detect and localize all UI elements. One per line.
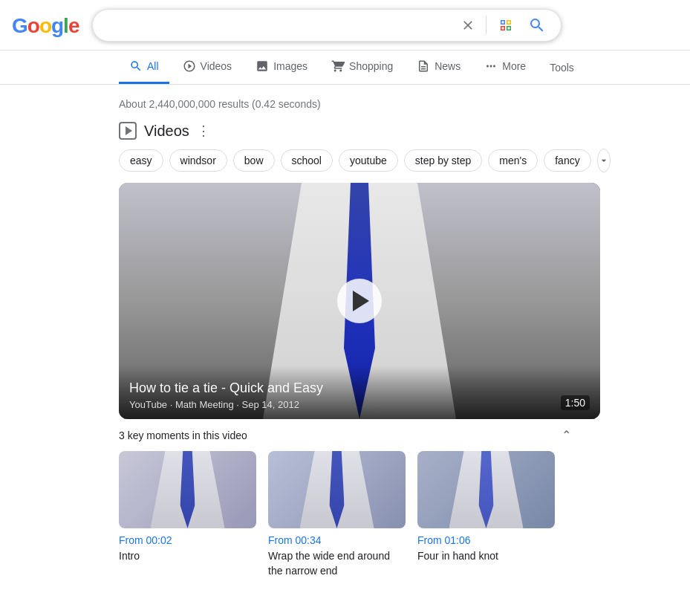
moment-timestamp-2: From 00:34 <box>268 534 406 546</box>
image-tab-icon <box>256 59 269 73</box>
search-submit-button[interactable] <box>525 13 549 37</box>
moment-description-2: Wrap the wide end around the narrow end <box>268 549 406 578</box>
shopping-tab-icon <box>331 59 345 73</box>
chip-fancy[interactable]: fancy <box>544 149 590 172</box>
moment-description-3: Four in hand knot <box>417 549 555 564</box>
more-tab-icon <box>484 59 498 73</box>
section-menu-icon[interactable]: ⋮ <box>197 123 210 139</box>
play-tab-icon <box>183 59 196 73</box>
key-moments-label: 3 key moments in this video <box>119 429 247 441</box>
video-channel: Math Meeting <box>175 399 234 410</box>
search-tab-icon <box>129 59 143 73</box>
image-search-button[interactable] <box>494 13 518 37</box>
moment-card-1[interactable]: From 00:02 Intro <box>119 451 256 578</box>
tab-news-label: News <box>434 60 460 72</box>
tab-news[interactable]: News <box>406 51 471 84</box>
chip-easy[interactable]: easy <box>119 149 163 172</box>
clear-search-button[interactable] <box>458 15 478 36</box>
videos-section-title: Videos <box>144 123 189 140</box>
close-icon <box>460 18 475 33</box>
moment-timestamp-1: From 00:02 <box>119 534 256 546</box>
video-source: YouTube <box>129 399 167 410</box>
filter-chips: easy windsor bow school youtube step by … <box>119 149 571 172</box>
video-info: How to tie a tie - Quick and Easy YouTub… <box>129 380 323 410</box>
video-duration: 1:50 <box>561 395 590 410</box>
tab-shopping[interactable]: Shopping <box>321 51 403 84</box>
play-button[interactable] <box>337 279 382 323</box>
main-video-card[interactable]: How to tie a tie - Quick and Easy YouTub… <box>119 183 600 419</box>
video-dot: · <box>170 399 175 410</box>
chevron-up-icon: ⌃ <box>562 428 571 442</box>
video-section-icon <box>119 122 137 140</box>
news-tab-icon <box>417 59 430 73</box>
tab-all-label: All <box>147 60 159 72</box>
moment-card-2[interactable]: From 00:34 Wrap the wide end around the … <box>268 451 406 578</box>
play-triangle-icon <box>353 291 369 311</box>
tab-images[interactable]: Images <box>245 51 318 84</box>
chip-mens[interactable]: men's <box>488 149 538 172</box>
chip-step-by-step[interactable]: step by step <box>404 149 483 172</box>
video-date: Sep 14, 2012 <box>242 399 299 410</box>
key-moments-toggle[interactable]: 3 key moments in this video ⌃ <box>119 419 571 451</box>
google-logo: Google <box>12 14 80 36</box>
chip-bow[interactable]: bow <box>233 149 275 172</box>
nav-tabs: All Videos Images Shopping News More Too… <box>0 51 690 85</box>
tab-videos-label: Videos <box>201 60 232 72</box>
search-input[interactable]: how to tie a tie <box>105 19 458 32</box>
chip-expand-button[interactable] <box>597 149 611 172</box>
camera-icon <box>497 16 515 34</box>
moment-description-1: Intro <box>119 549 256 564</box>
chip-youtube[interactable]: youtube <box>339 149 398 172</box>
video-title: How to tie a tie - Quick and Easy <box>129 380 323 396</box>
chip-school[interactable]: school <box>281 149 333 172</box>
videos-section: Videos ⋮ easy windsor bow school youtube… <box>119 122 571 584</box>
tools-button[interactable]: Tools <box>539 53 585 82</box>
tab-more[interactable]: More <box>474 51 536 84</box>
moment-card-3[interactable]: From 01:06 Four in hand knot <box>417 451 555 578</box>
search-icon <box>528 16 546 34</box>
tab-all[interactable]: All <box>119 51 169 84</box>
video-dot2: · <box>236 399 241 410</box>
tab-shopping-label: Shopping <box>349 60 393 72</box>
moment-thumbnail-2 <box>268 451 406 528</box>
chevron-down-icon <box>598 155 610 166</box>
key-moments-grid: From 00:02 Intro From 00:34 Wrap the wid… <box>119 451 571 584</box>
moment-thumbnail-3 <box>417 451 555 528</box>
results-count: About 2,440,000,000 results (0.42 second… <box>119 91 571 122</box>
video-meta: YouTube · Math Meeting · Sep 14, 2012 <box>129 399 323 410</box>
tab-images-label: Images <box>273 60 307 72</box>
chip-windsor[interactable]: windsor <box>169 149 227 172</box>
moment-timestamp-3: From 01:06 <box>417 534 555 546</box>
tab-videos[interactable]: Videos <box>172 51 243 84</box>
moment-thumbnail-1 <box>119 451 256 528</box>
search-bar[interactable]: how to tie a tie <box>92 9 562 42</box>
tab-more-label: More <box>502 60 526 72</box>
